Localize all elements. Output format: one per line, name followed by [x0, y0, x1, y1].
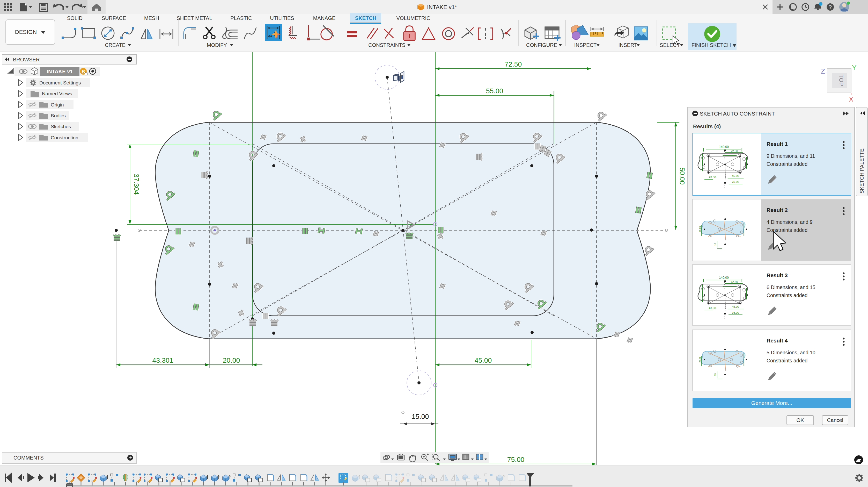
svg-text:SHEET METAL: SHEET METAL: [177, 15, 212, 21]
svg-text:45.00: 45.00: [732, 305, 739, 308]
svg-text:4 Dimensions, and 9: 4 Dimensions, and 9: [767, 219, 813, 225]
svg-text:45.00: 45.00: [732, 174, 739, 177]
svg-text:B: B: [82, 69, 85, 74]
svg-text:9 Dimensions, and 11: 9 Dimensions, and 11: [767, 153, 815, 159]
svg-text:6 Dimensions, and 15: 6 Dimensions, and 15: [767, 284, 815, 290]
svg-text:X: X: [849, 95, 853, 103]
svg-text:72.50: 72.50: [731, 280, 738, 283]
svg-text:15.00: 15.00: [412, 413, 429, 421]
svg-text:Constraints added: Constraints added: [767, 292, 807, 298]
svg-text:140.00: 140.00: [719, 145, 729, 149]
svg-text:INTAKE v1*: INTAKE v1*: [427, 4, 457, 10]
svg-text:DESIGN: DESIGN: [15, 29, 37, 35]
svg-text:Constraints added: Constraints added: [767, 227, 807, 233]
svg-text:15: 15: [714, 243, 716, 246]
svg-text:75.00: 75.00: [732, 311, 739, 314]
svg-text:MESH: MESH: [144, 15, 159, 21]
svg-text:OK: OK: [797, 417, 804, 423]
svg-text:INTAKE v1: INTAKE v1: [47, 69, 73, 74]
svg-text:SKETCH PALETTE: SKETCH PALETTE: [859, 148, 865, 194]
svg-text:25.00: 25.00: [699, 226, 701, 232]
svg-text:75.00: 75.00: [732, 180, 739, 183]
svg-text:50.00: 50.00: [678, 167, 686, 184]
svg-text:Y: Y: [852, 64, 856, 71]
svg-text:TOP: TOP: [838, 75, 844, 86]
svg-text:20.00: 20.00: [223, 356, 240, 364]
svg-text:MODIFY: MODIFY: [207, 42, 227, 48]
svg-text:Result 1: Result 1: [767, 141, 788, 147]
svg-text:Construction: Construction: [51, 135, 79, 140]
svg-text:SKETCH AUTO CONSTRAINT: SKETCH AUTO CONSTRAINT: [700, 111, 775, 117]
svg-text:?: ?: [828, 4, 832, 10]
svg-text:Constraints added: Constraints added: [767, 358, 807, 364]
svg-text:Result 3: Result 3: [767, 272, 788, 278]
svg-text:COMMENTS: COMMENTS: [13, 455, 44, 461]
svg-text:72.50: 72.50: [505, 60, 522, 68]
svg-text:CONSTRAINTS: CONSTRAINTS: [368, 42, 405, 48]
svg-text:Cancel: Cancel: [827, 417, 843, 423]
svg-text:55.00: 55.00: [486, 87, 503, 95]
svg-text:MANAGE: MANAGE: [313, 15, 336, 21]
svg-text:Sketches: Sketches: [51, 124, 71, 129]
svg-text:Origin: Origin: [51, 102, 64, 108]
svg-text:Result 2: Result 2: [767, 207, 788, 213]
svg-text:Document Settings: Document Settings: [39, 80, 81, 85]
svg-text:Constraints added: Constraints added: [767, 161, 807, 167]
svg-text:25.00: 25.00: [699, 356, 701, 363]
svg-text:37.304: 37.304: [132, 174, 140, 195]
svg-text:BROWSER: BROWSER: [13, 57, 40, 62]
svg-text:PLASTIC: PLASTIC: [230, 15, 252, 21]
svg-text:INSERT: INSERT: [619, 42, 638, 48]
svg-text:43.301: 43.301: [152, 356, 173, 364]
svg-text:FINISH SKETCH: FINISH SKETCH: [691, 42, 731, 48]
svg-text:43.30: 43.30: [709, 307, 716, 310]
svg-text:72.50: 72.50: [731, 149, 738, 152]
svg-text:140.00: 140.00: [719, 276, 729, 280]
svg-text:CONFIGURE: CONFIGURE: [526, 42, 557, 48]
svg-text:SOLID: SOLID: [67, 15, 83, 21]
svg-text:Generate More...: Generate More...: [751, 400, 793, 406]
svg-text:15: 15: [714, 373, 716, 376]
svg-text:Named Views: Named Views: [42, 91, 72, 96]
svg-text:UTILITIES: UTILITIES: [270, 15, 294, 21]
svg-text:SURFACE: SURFACE: [102, 15, 126, 21]
svg-text:SKETCH: SKETCH: [355, 15, 376, 21]
svg-text:Z: Z: [821, 67, 825, 75]
svg-text:INSPECT: INSPECT: [574, 42, 597, 48]
svg-text:VOLUMETRIC: VOLUMETRIC: [396, 15, 430, 21]
svg-text:Result 4: Result 4: [767, 338, 788, 343]
svg-text:5 Dimensions, and 10: 5 Dimensions, and 10: [767, 350, 815, 355]
svg-text:Results (4): Results (4): [693, 123, 721, 129]
svg-text:75.00: 75.00: [507, 456, 524, 463]
svg-text:43.30: 43.30: [709, 176, 716, 179]
svg-text:CREATE: CREATE: [105, 42, 125, 48]
svg-text:45.00: 45.00: [475, 356, 492, 364]
svg-text:Bodies: Bodies: [51, 113, 66, 118]
